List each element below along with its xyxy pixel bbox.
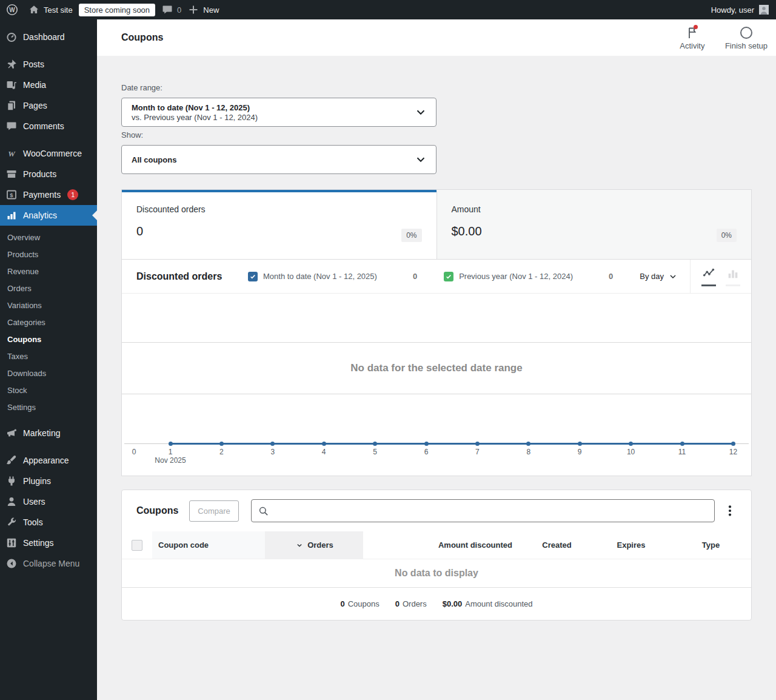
chevron-down-icon [414, 106, 427, 119]
summary-stat-value: 0 [340, 599, 344, 608]
legend-item-1[interactable]: Previous year (Nov 1 - 12, 2024)0 [444, 260, 640, 293]
line-chart-button[interactable] [701, 267, 716, 286]
axis-tick-label: 4 [322, 448, 326, 456]
bar-chart-button[interactable] [726, 267, 740, 286]
legend-value: 0 [609, 272, 613, 281]
axis-tick-label: 3 [270, 448, 275, 456]
wordpress-logo-icon[interactable]: W [6, 4, 18, 16]
interval-select[interactable]: By day [640, 272, 678, 281]
sidebar-item-users[interactable]: Users [0, 491, 97, 512]
legend-item-0[interactable]: Month to date (Nov 1 - 12, 2025)0 [248, 260, 444, 293]
submenu-item-products[interactable]: Products [0, 246, 97, 263]
sidebar-item-pages[interactable]: Pages [0, 95, 97, 116]
submenu-item-overview[interactable]: Overview [0, 229, 97, 246]
comments-count: 0 [177, 5, 181, 15]
site-name-link[interactable]: Test site [28, 4, 73, 16]
new-content-button[interactable]: New [187, 4, 219, 16]
summary-stat-label: Amount discounted [465, 599, 532, 608]
submenu-item-orders[interactable]: Orders [0, 280, 97, 297]
tile-label: Amount [452, 204, 737, 214]
table-column-headers: Coupon codeOrdersAmount discountedCreate… [122, 531, 751, 559]
activity-button[interactable]: Activity [675, 25, 709, 50]
sidebar-item-plugins[interactable]: Plugins [0, 471, 97, 491]
submenu-item-downloads[interactable]: Downloads [0, 365, 97, 382]
submenu-item-settings[interactable]: Settings [0, 399, 97, 416]
store-status-badge[interactable]: Store coming soon [79, 4, 155, 16]
chart-type-toggle [690, 260, 751, 293]
tile-value: $0.00 [452, 224, 737, 238]
svg-text:$: $ [10, 192, 13, 198]
sidebar-item-label: Dashboard [23, 32, 65, 42]
sidebar-item-settings[interactable]: Settings [0, 533, 97, 553]
svg-text:W: W [8, 149, 16, 158]
summary-tile-amount[interactable]: Amount $0.00 0% [436, 190, 752, 259]
sidebar-item-tools[interactable]: Tools [0, 512, 97, 533]
summary-stat-label: Coupons [348, 599, 380, 608]
axis-month-label: Nov 2025 [155, 456, 186, 465]
sidebar-item-products[interactable]: Products [0, 164, 97, 184]
sidebar-item-collapse-menu[interactable]: Collapse Menu [0, 553, 97, 574]
sidebar-item-appearance[interactable]: Appearance [0, 450, 97, 471]
sidebar-item-dashboard[interactable]: Dashboard [0, 27, 97, 47]
date-range-select[interactable]: Month to date (Nov 1 - 12, 2025) vs. Pre… [121, 98, 436, 127]
howdy-user-link[interactable]: Howdy, user [711, 5, 754, 15]
data-point-dot [526, 442, 530, 446]
compare-button[interactable]: Compare [189, 500, 238, 522]
select-all-checkbox[interactable] [132, 540, 142, 551]
sidebar-item-comments[interactable]: Comments [0, 116, 97, 136]
legend-checkbox[interactable] [444, 272, 453, 281]
chart-header: Discounted orders Month to date (Nov 1 -… [122, 260, 751, 294]
avatar[interactable] [759, 5, 769, 15]
submenu-item-categories[interactable]: Categories [0, 314, 97, 331]
column-header-coupon-code[interactable]: Coupon code [152, 531, 265, 559]
submenu-item-stock[interactable]: Stock [0, 382, 97, 399]
new-label: New [203, 5, 219, 15]
sidebar-item-analytics[interactable]: Analytics [0, 205, 97, 226]
collapse-icon [5, 557, 18, 570]
select-all-cell [122, 531, 152, 559]
ellipsis-menu-icon[interactable] [723, 504, 737, 517]
column-header-type[interactable]: Type [671, 531, 751, 559]
submenu-item-revenue[interactable]: Revenue [0, 263, 97, 280]
sidebar-item-posts[interactable]: Posts [0, 54, 97, 75]
admin-sidebar: DashboardPostsMediaPagesCommentsWWooComm… [0, 19, 97, 700]
legend-checkbox[interactable] [248, 272, 258, 281]
column-header-amount-discounted[interactable]: Amount discounted [363, 531, 522, 559]
sidebar-item-media[interactable]: Media [0, 75, 97, 95]
sidebar-item-marketing[interactable]: Marketing [0, 423, 97, 443]
submenu-item-variations[interactable]: Variations [0, 297, 97, 314]
column-header-expires[interactable]: Expires [592, 531, 671, 559]
data-point-dot [424, 442, 429, 446]
sort-descending-icon [295, 540, 304, 550]
svg-text:W: W [9, 7, 15, 13]
show-select[interactable]: All coupons [121, 145, 436, 174]
column-header-orders[interactable]: Orders [265, 531, 363, 559]
data-point-dot [578, 442, 582, 446]
search-input[interactable] [273, 506, 708, 516]
search-box[interactable] [251, 499, 715, 522]
axis-tick-label: 7 [475, 448, 480, 456]
summary-stat-coupons: 0Coupons [340, 599, 379, 608]
submenu-item-taxes[interactable]: Taxes [0, 348, 97, 365]
sidebar-item-label: Payments [23, 190, 61, 200]
page-title: Coupons [121, 32, 163, 43]
analytics-submenu: OverviewProductsRevenueOrdersVariationsC… [0, 226, 97, 423]
summary-tile-discounted-orders[interactable]: Discounted orders 0 0% [122, 190, 436, 259]
date-range-label: Date range: [121, 83, 752, 93]
sidebar-item-woocommerce[interactable]: WWooCommerce [0, 143, 97, 164]
comments-shortcut[interactable]: 0 [161, 4, 181, 16]
page-header: Coupons Activity Finish setup [97, 19, 776, 56]
chart-empty-message: No data for the selected date range [122, 342, 751, 394]
table-header: Coupons Compare [122, 490, 751, 531]
sidebar-item-payments[interactable]: $Payments1 [0, 184, 97, 205]
sidebar-item-label: Appearance [23, 456, 69, 465]
chart-x-axis: Nov 2025 0123456789101112 [122, 443, 751, 476]
pages-icon [5, 99, 18, 112]
column-header-created[interactable]: Created [522, 531, 592, 559]
axis-tick-label: 1 [169, 448, 173, 456]
submenu-item-coupons[interactable]: Coupons [0, 331, 97, 348]
finish-setup-button[interactable]: Finish setup [725, 25, 768, 50]
axis-tick-label: 6 [424, 448, 429, 456]
show-label: Show: [121, 130, 752, 140]
axis-tick-label: 2 [219, 448, 224, 456]
